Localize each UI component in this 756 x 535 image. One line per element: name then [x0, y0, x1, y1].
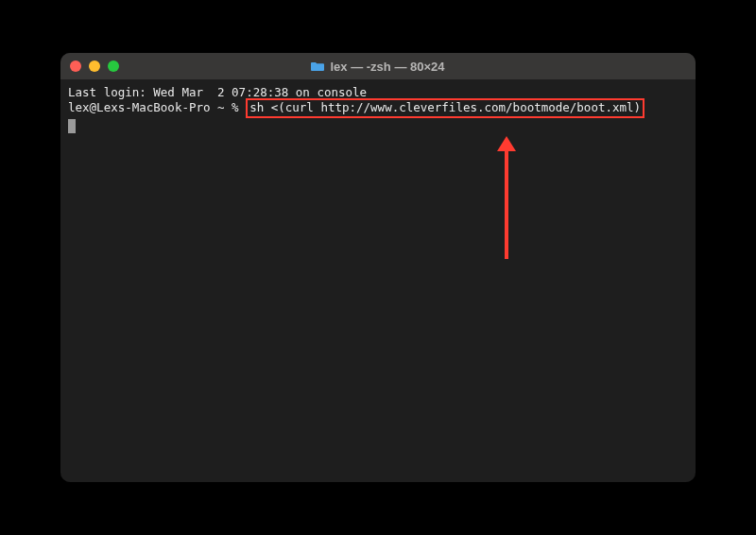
terminal-body[interactable]: Last login: Wed Mar 2 07:28:38 on consol…	[60, 79, 696, 482]
prompt-line: lex@Lexs-MacBook-Pro ~ % sh <(curl http:…	[68, 100, 688, 117]
maximize-button[interactable]	[108, 60, 119, 72]
minimize-button[interactable]	[89, 60, 100, 72]
highlighted-command: sh <(curl http://www.cleverfiles.com/boo…	[246, 98, 644, 117]
traffic-lights	[70, 60, 119, 72]
folder-icon	[311, 60, 324, 72]
window-title-container: lex — -zsh — 80×24	[60, 60, 696, 74]
window-title: lex — -zsh — 80×24	[330, 60, 444, 74]
arrow-annotation	[492, 136, 521, 263]
svg-marker-1	[497, 136, 516, 151]
close-button[interactable]	[70, 60, 81, 72]
terminal-cursor	[68, 119, 76, 133]
titlebar[interactable]: lex — -zsh — 80×24	[60, 53, 696, 79]
terminal-window: lex — -zsh — 80×24 Last login: Wed Mar 2…	[60, 53, 696, 482]
cursor-line	[68, 118, 688, 133]
shell-prompt: lex@Lexs-MacBook-Pro ~ %	[68, 100, 246, 115]
